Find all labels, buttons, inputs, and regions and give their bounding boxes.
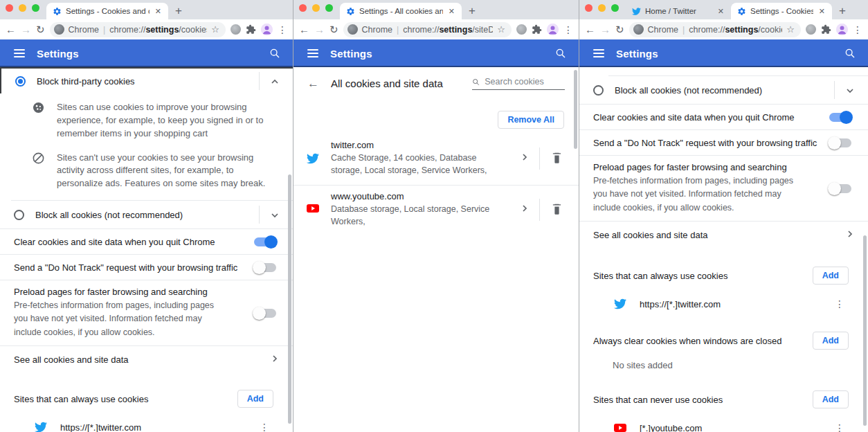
- add-clear-site-button[interactable]: Add: [813, 332, 849, 350]
- back-icon[interactable]: ←: [585, 24, 595, 35]
- do-not-track-row[interactable]: Send a "Do Not Track" request with your …: [0, 255, 293, 280]
- site-options-icon[interactable]: ⋮: [835, 422, 844, 432]
- cookies-search-input[interactable]: [485, 77, 565, 87]
- extension-badge-icon[interactable]: [230, 24, 241, 35]
- chevron-right-icon[interactable]: [522, 204, 527, 215]
- allowed-site-row[interactable]: https://[*.]twitter.com ⋮: [579, 291, 868, 317]
- see-all-cookies-row[interactable]: See all cookies and site data: [579, 222, 868, 248]
- preload-pages-row[interactable]: Preload pages for faster browsing and se…: [0, 280, 293, 345]
- new-tab-button[interactable]: +: [469, 5, 476, 17]
- browser-menu-icon[interactable]: ⋮: [853, 24, 862, 35]
- search-icon[interactable]: [844, 48, 856, 59]
- expand-icon[interactable]: [271, 210, 279, 220]
- close-tab-icon[interactable]: ✕: [817, 7, 826, 16]
- search-icon[interactable]: [269, 48, 280, 59]
- delete-site-icon[interactable]: [552, 152, 562, 165]
- reload-icon[interactable]: ↻: [615, 24, 624, 35]
- new-tab-button[interactable]: +: [175, 5, 182, 17]
- extensions-puzzle-icon[interactable]: [246, 24, 256, 35]
- minimize-window-button[interactable]: [19, 4, 26, 12]
- tab-settings-cookies[interactable]: Settings - Cookies and other si ✕: [46, 3, 168, 19]
- radio-unselected-icon[interactable]: [593, 85, 604, 96]
- preload-toggle[interactable]: [254, 309, 276, 318]
- block-third-party-row[interactable]: Block third-party cookies: [0, 67, 293, 93]
- do-not-track-toggle[interactable]: [829, 138, 851, 147]
- minimize-window-button[interactable]: [598, 4, 606, 12]
- fullscreen-window-button[interactable]: [32, 4, 39, 12]
- bookmark-star-icon[interactable]: ☆: [497, 24, 505, 35]
- add-allowed-site-button[interactable]: Add: [237, 390, 273, 408]
- new-tab-button[interactable]: +: [839, 5, 846, 17]
- do-not-track-toggle[interactable]: [254, 263, 276, 272]
- clear-on-quit-toggle[interactable]: [254, 237, 276, 246]
- preload-toggle[interactable]: [829, 184, 851, 193]
- scrollbar-thumb[interactable]: [863, 235, 867, 426]
- browser-menu-icon[interactable]: ⋮: [278, 24, 287, 35]
- always-use-section: Sites that can always use cookies Add: [0, 384, 293, 414]
- tab-settings-cookies[interactable]: Settings - Cookies and ✕: [731, 3, 832, 19]
- clear-on-quit-toggle[interactable]: [829, 113, 851, 122]
- back-icon[interactable]: ←: [6, 24, 16, 35]
- reload-icon[interactable]: ↻: [329, 24, 338, 35]
- remove-all-button[interactable]: Remove All: [498, 111, 564, 129]
- fullscreen-window-button[interactable]: [325, 4, 333, 12]
- chevron-right-icon[interactable]: [522, 153, 527, 163]
- profile-avatar-icon[interactable]: [261, 24, 273, 35]
- cookie-site-row-twitter[interactable]: twitter.com Cache Storage, 14 cookies, D…: [293, 134, 579, 182]
- block-all-cookies-row[interactable]: Block all cookies (not recommended): [0, 201, 293, 228]
- profile-avatar-icon[interactable]: [836, 24, 848, 35]
- address-bar[interactable]: Chrome | chrome://settings/cookies ☆: [629, 22, 801, 37]
- site-options-icon[interactable]: ⋮: [835, 298, 844, 309]
- address-bar[interactable]: Chrome | chrome://settings/cookies ☆: [50, 22, 226, 37]
- close-tab-icon[interactable]: ✕: [154, 7, 163, 16]
- menu-icon[interactable]: [307, 49, 318, 57]
- extensions-puzzle-icon[interactable]: [532, 24, 542, 35]
- block-all-cookies-row[interactable]: Block all cookies (not recommended): [579, 76, 868, 104]
- cookie-site-row-youtube[interactable]: www.youtube.com Database storage, Local …: [293, 186, 579, 233]
- collapse-icon[interactable]: [271, 76, 279, 87]
- scrollbar-thumb[interactable]: [574, 70, 577, 149]
- forward-icon[interactable]: →: [600, 24, 611, 35]
- forward-icon[interactable]: →: [314, 24, 325, 35]
- back-arrow-icon[interactable]: ←: [307, 77, 319, 91]
- reload-icon[interactable]: ↻: [36, 24, 45, 35]
- add-blocked-site-button[interactable]: Add: [813, 390, 849, 408]
- close-tab-icon[interactable]: ✕: [447, 7, 456, 16]
- bookmark-star-icon[interactable]: ☆: [786, 24, 795, 35]
- site-options-icon[interactable]: ⋮: [260, 422, 269, 432]
- fullscreen-window-button[interactable]: [611, 4, 619, 12]
- tab-settings-sitedata[interactable]: Settings - All cookies and site ✕: [340, 3, 462, 19]
- add-allowed-site-button[interactable]: Add: [813, 267, 849, 285]
- close-window-button[interactable]: [299, 4, 307, 12]
- minimize-window-button[interactable]: [312, 4, 320, 12]
- menu-icon[interactable]: [593, 49, 604, 57]
- do-not-track-row[interactable]: Send a "Do Not Track" request with your …: [579, 130, 868, 155]
- delete-site-icon[interactable]: [552, 203, 562, 217]
- profile-avatar-icon[interactable]: [547, 24, 559, 35]
- browser-menu-icon[interactable]: ⋮: [563, 24, 573, 35]
- preload-pages-row[interactable]: Preload pages for faster browsing and se…: [579, 156, 868, 221]
- see-all-cookies-row[interactable]: See all cookies and site data: [0, 346, 293, 372]
- close-tab-icon[interactable]: ✕: [716, 7, 725, 16]
- clear-on-quit-row[interactable]: Clear cookies and site data when you qui…: [0, 229, 293, 254]
- address-bar[interactable]: Chrome | chrome://settings/siteData ☆: [343, 22, 512, 37]
- cookies-search[interactable]: [472, 77, 565, 90]
- extension-badge-icon[interactable]: [806, 24, 816, 35]
- blocked-site-row[interactable]: [*.]youtube.com ⋮: [579, 415, 868, 432]
- radio-selected-icon[interactable]: [15, 76, 26, 87]
- close-window-button[interactable]: [6, 4, 13, 12]
- tab-twitter-home[interactable]: Home / Twitter ✕: [626, 3, 731, 19]
- forward-icon[interactable]: →: [21, 24, 31, 35]
- scrollbar-thumb[interactable]: [288, 174, 291, 424]
- close-window-button[interactable]: [585, 4, 593, 12]
- menu-icon[interactable]: [14, 49, 25, 57]
- extensions-puzzle-icon[interactable]: [821, 24, 831, 35]
- back-icon[interactable]: ←: [299, 24, 309, 35]
- clear-on-quit-row[interactable]: Clear cookies and site data when you qui…: [579, 105, 868, 129]
- bookmark-star-icon[interactable]: ☆: [211, 24, 219, 35]
- search-icon[interactable]: [555, 48, 566, 59]
- allowed-site-row[interactable]: https://[*.]twitter.com ⋮: [0, 414, 293, 432]
- expand-icon[interactable]: [846, 85, 854, 96]
- extension-badge-icon[interactable]: [516, 24, 527, 35]
- radio-unselected-icon[interactable]: [14, 210, 24, 220]
